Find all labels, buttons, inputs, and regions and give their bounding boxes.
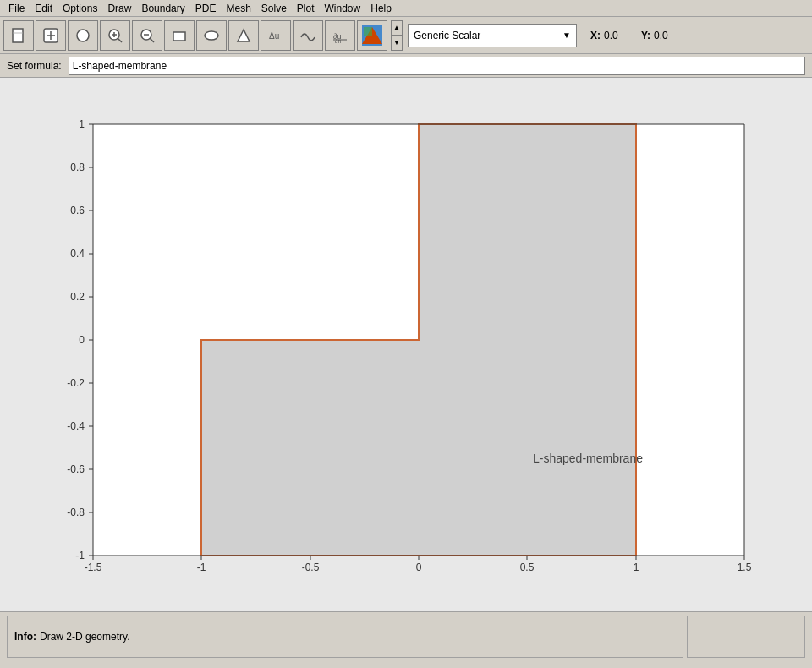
y-value: 0.0 — [654, 30, 688, 41]
circle-button[interactable] — [68, 20, 98, 51]
svg-text:0.6: 0.6 — [70, 205, 85, 216]
svg-text:-0.6: -0.6 — [67, 463, 85, 475]
formula-label: Set formula: — [7, 60, 62, 72]
y-label: Y: — [641, 30, 650, 41]
chevron-down-icon: ▼ — [562, 30, 571, 40]
svg-text:0.5: 0.5 — [520, 561, 535, 573]
menu-mesh[interactable]: Mesh — [221, 1, 255, 16]
formula-bar: Set formula: — [0, 54, 812, 78]
zoom-in-button[interactable] — [100, 20, 130, 51]
svg-text:-0.8: -0.8 — [67, 506, 85, 518]
svg-text:-1: -1 — [75, 550, 85, 561]
triangle-button[interactable] — [228, 20, 259, 51]
rectangle-button[interactable] — [164, 20, 195, 51]
menu-edit[interactable]: Edit — [30, 1, 58, 16]
wave-button[interactable] — [293, 20, 323, 51]
svg-text:Δu: Δu — [269, 31, 279, 41]
toolbar-scroll-up[interactable]: ▲ — [391, 20, 403, 36]
menu-window[interactable]: Window — [320, 1, 366, 16]
svg-text:∂n: ∂n — [335, 38, 341, 44]
svg-text:-1: -1 — [197, 561, 206, 573]
x-value: 0.0 — [604, 30, 638, 41]
svg-point-5 — [77, 30, 89, 41]
svg-text:-0.2: -0.2 — [67, 377, 85, 389]
menu-boundary[interactable]: Boundary — [136, 1, 189, 16]
menu-plot[interactable]: Plot — [292, 1, 320, 16]
colormap-button[interactable] — [357, 20, 387, 51]
svg-text:-0.5: -0.5 — [302, 561, 320, 573]
menu-options[interactable]: Options — [58, 1, 102, 16]
svg-rect-13 — [173, 32, 185, 41]
main-area: L-shaped-membrane 1 0.8 0.6 0.4 0.2 0 — [0, 78, 812, 611]
plot-container[interactable]: L-shaped-membrane 1 0.8 0.6 0.4 0.2 0 — [42, 99, 778, 589]
x-label: X: — [590, 30, 601, 41]
menu-pde[interactable]: PDE — [190, 1, 222, 16]
scalar-dropdown[interactable]: Generic Scalar ▼ — [408, 24, 577, 47]
plot-svg: L-shaped-membrane 1 0.8 0.6 0.4 0.2 0 — [42, 99, 778, 589]
svg-text:1: 1 — [79, 118, 85, 130]
svg-rect-0 — [13, 29, 23, 42]
formula-button[interactable]: ∂u ∂n — [325, 20, 355, 51]
svg-text:1: 1 — [634, 561, 639, 573]
svg-text:1.5: 1.5 — [738, 561, 752, 573]
ellipse-button[interactable] — [196, 20, 227, 51]
status-right-panel — [687, 616, 805, 658]
status-info: Info: Draw 2-D geometry. — [7, 616, 683, 658]
svg-text:0: 0 — [79, 334, 85, 346]
svg-text:0.4: 0.4 — [70, 248, 85, 260]
statusbar: Info: Draw 2-D geometry. — [0, 611, 812, 661]
formula-input[interactable] — [69, 57, 805, 75]
dropdown-area: Generic Scalar ▼ X: 0.0 Y: 0.0 — [408, 24, 688, 47]
svg-rect-22 — [364, 27, 372, 36]
svg-text:0.2: 0.2 — [70, 291, 85, 303]
menu-draw[interactable]: Draw — [102, 1, 136, 16]
shape-label: L-shaped-membrane — [533, 452, 643, 465]
menu-file[interactable]: File — [3, 1, 30, 16]
svg-point-14 — [205, 31, 218, 40]
svg-text:-1.5: -1.5 — [85, 561, 102, 573]
info-text: Draw 2-D geometry. — [40, 631, 129, 643]
zoom-out-button[interactable] — [132, 20, 162, 51]
toolbar-scroll-down[interactable]: ▼ — [391, 36, 403, 51]
menu-help[interactable]: Help — [365, 1, 397, 16]
svg-text:0: 0 — [416, 561, 422, 573]
svg-marker-15 — [238, 30, 250, 41]
svg-line-11 — [150, 38, 154, 42]
label-button[interactable]: Δu — [261, 20, 291, 51]
toolbar: Δu ∂u ∂n ▲ ▼ Generic Scalar ▼ X: — [0, 17, 812, 54]
menu-solve[interactable]: Solve — [256, 1, 292, 16]
svg-text:0.8: 0.8 — [70, 162, 85, 173]
coord-display: X: 0.0 Y: 0.0 — [590, 30, 688, 41]
new-button[interactable] — [3, 20, 34, 51]
scalar-dropdown-label: Generic Scalar — [414, 30, 480, 41]
svg-text:-0.4: -0.4 — [67, 420, 85, 432]
add-button[interactable] — [36, 20, 66, 51]
menubar: File Edit Options Draw Boundary PDE Mesh… — [0, 0, 812, 17]
info-label: Info: — [14, 631, 36, 643]
svg-line-7 — [118, 38, 122, 42]
